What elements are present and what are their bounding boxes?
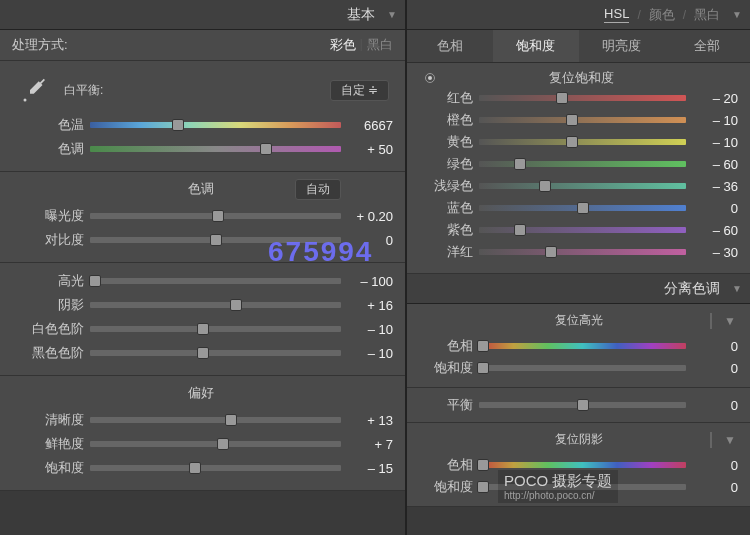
hsl-tabs: 色相 饱和度 明亮度 全部: [407, 30, 750, 63]
tone-section: 色调 自动 曝光度 + 0.20 对比度 0: [0, 172, 405, 263]
chevron-down-icon[interactable]: ▼: [724, 314, 736, 328]
color-option[interactable]: 彩色: [330, 36, 356, 54]
tab-hue[interactable]: 色相: [407, 30, 493, 62]
hi-sat-slider[interactable]: 饱和度0: [415, 357, 742, 379]
saturation-slider[interactable]: 饱和度 – 15: [8, 456, 397, 480]
wb-section: 白平衡: 自定 ≑ 色温 6667 色调 + 50: [0, 61, 405, 172]
sh-sat-slider[interactable]: 饱和度0: [415, 476, 742, 498]
blue-slider[interactable]: 蓝色0: [415, 197, 742, 219]
treatment-label: 处理方式:: [12, 36, 68, 54]
highlights-slider[interactable]: 高光 – 100: [8, 269, 397, 293]
blacks-slider[interactable]: 黑色色阶 – 10: [8, 341, 397, 365]
shadows-slider[interactable]: 阴影 + 16: [8, 293, 397, 317]
bw-option[interactable]: 黑白: [367, 36, 393, 54]
chevron-down-icon[interactable]: ▼: [724, 433, 736, 447]
basic-header[interactable]: 基本 ▼: [0, 0, 405, 30]
presence-section: 偏好 清晰度 + 13 鲜艳度 + 7 饱和度 – 15: [0, 376, 405, 491]
tab-luminance[interactable]: 明亮度: [579, 30, 665, 62]
reset-shadows[interactable]: 复位阴影: [555, 431, 603, 448]
presence-label: 偏好: [188, 384, 214, 402]
tone-label: 色调: [188, 180, 214, 198]
reset-sat-label[interactable]: 复位饱和度: [421, 69, 742, 87]
orange-slider[interactable]: 橙色– 10: [415, 109, 742, 131]
tint-slider[interactable]: 色调 + 50: [8, 137, 397, 161]
contrast-slider[interactable]: 对比度 0: [8, 228, 397, 252]
bw-title[interactable]: 黑白: [694, 6, 720, 24]
collapse-icon[interactable]: ▼: [387, 9, 397, 20]
vibrance-slider[interactable]: 鲜艳度 + 7: [8, 432, 397, 456]
color-title[interactable]: 颜色: [649, 6, 675, 24]
split-title: 分离色调: [664, 280, 720, 298]
exposure-slider[interactable]: 曝光度 + 0.20: [8, 204, 397, 228]
collapse-icon[interactable]: ▼: [732, 9, 742, 20]
basic-panel: 基本 ▼ 处理方式: 彩色 | 黑白 白平衡: 自定 ≑ 色温 6667 色调: [0, 0, 407, 535]
balance-slider[interactable]: 平衡0: [415, 394, 742, 416]
right-column: HSL / 颜色 / 黑白 ▼ 色相 饱和度 明亮度 全部 复位饱和度 红色– …: [407, 0, 750, 535]
magenta-slider[interactable]: 洋红– 30: [415, 241, 742, 263]
wb-label: 白平衡:: [64, 82, 103, 99]
whites-slider[interactable]: 白色色阶 – 10: [8, 317, 397, 341]
wb-mode-select[interactable]: 自定 ≑: [330, 80, 389, 101]
red-slider[interactable]: 红色– 20: [415, 87, 742, 109]
split-hi-section: 复位高光 ▼ 色相0 饱和度0: [407, 304, 750, 388]
hi-swatch[interactable]: [710, 313, 712, 329]
collapse-icon[interactable]: ▼: [732, 283, 742, 294]
split-header[interactable]: 分离色调 ▼: [407, 274, 750, 304]
purple-slider[interactable]: 紫色– 60: [415, 219, 742, 241]
split-sh-section: 复位阴影 ▼ 色相0 饱和度0: [407, 423, 750, 507]
reset-highlights[interactable]: 复位高光: [555, 312, 603, 329]
hsl-title[interactable]: HSL: [604, 6, 629, 23]
treatment-row: 处理方式: 彩色 | 黑白: [0, 30, 405, 61]
tab-saturation[interactable]: 饱和度: [493, 30, 579, 62]
sh-hue-slider[interactable]: 色相0: [415, 454, 742, 476]
tab-all[interactable]: 全部: [664, 30, 750, 62]
panel-title: 基本: [347, 6, 375, 24]
sh-swatch[interactable]: [710, 432, 712, 448]
hi-hue-slider[interactable]: 色相0: [415, 335, 742, 357]
svg-point-0: [24, 99, 27, 102]
balance-section: 平衡0: [407, 388, 750, 423]
sat-section: 复位饱和度 红色– 20 橙色– 10 黄色– 10 绿色– 60 浅绿色– 3…: [407, 63, 750, 274]
treatment-toggle[interactable]: 彩色 | 黑白: [330, 36, 393, 54]
yellow-slider[interactable]: 黄色– 10: [415, 131, 742, 153]
hsl-header[interactable]: HSL / 颜色 / 黑白 ▼: [407, 0, 750, 30]
clarity-slider[interactable]: 清晰度 + 13: [8, 408, 397, 432]
auto-button[interactable]: 自动: [295, 179, 341, 200]
temp-slider[interactable]: 色温 6667: [8, 113, 397, 137]
levels-section: 高光 – 100 阴影 + 16 白色色阶 – 10 黑色色阶 – 10: [0, 263, 405, 376]
aqua-slider[interactable]: 浅绿色– 36: [415, 175, 742, 197]
eyedropper-icon[interactable]: [16, 71, 54, 109]
green-slider[interactable]: 绿色– 60: [415, 153, 742, 175]
